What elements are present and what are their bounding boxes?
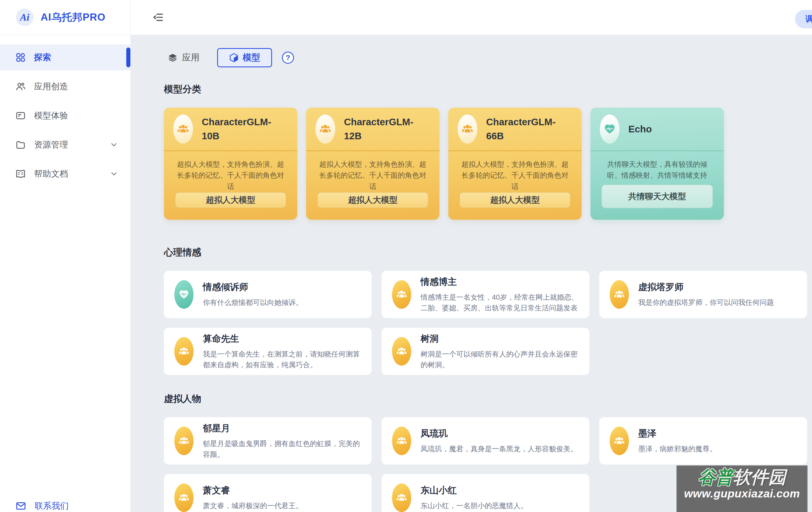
agent-card-emotion-listener[interactable]: 情感倾诉师 你有什么烦恼都可以向她倾诉。 [164,271,372,318]
agent-card-feng-liuji[interactable]: 凤琉玑 凤琉玑，魔君，真身是一条黑龙，人形容貌俊美。 [382,417,589,464]
avatar [174,337,194,366]
model-card-header: CharacterGLM-66B [448,108,582,151]
sidebar-item-label: 帮助文档 [34,168,68,180]
content-area: 应用 模型 ? 模型分类 CharacterGLM-10B [131,35,812,512]
sidebar-collapse-button[interactable] [152,11,164,23]
people-group-icon [178,346,190,357]
agent-info: 虚拟塔罗师 我是你的虚拟塔罗师，你可以问我任何问题 [638,281,774,308]
agent-name: 情感倾诉师 [203,281,303,293]
agent-name: 萧文睿 [203,484,303,496]
card-icon [16,110,26,121]
avatar [392,483,411,512]
section-title-virtual-characters: 虚拟人物 [164,393,807,405]
sidebar-item-app-creation[interactable]: 应用创造 [0,74,130,100]
sidebar: Ai AI乌托邦PRO 探索 应用创造 模型体验 资源管理 [0,0,131,512]
agent-info: 郁星月 郁星月是吸血鬼男爵，拥有血红色的虹膜，完美的容颜。 [203,422,361,460]
agent-name: 东山小红 [420,484,528,496]
model-title: Echo [628,122,714,136]
model-title: CharacterGLM-66B [486,115,571,143]
watermark-url: www.gupuxiazai.com [684,487,800,500]
agent-description: 树洞是一个可以倾听所有人的心声并且会永远保密的树洞。 [420,349,579,370]
people-group-icon [319,123,331,135]
watermark-brand-green: 谷普 [698,467,733,487]
tab-models[interactable]: 模型 [217,48,272,67]
agent-card-dongshan-xiaohong[interactable]: 东山小红 东山小红，一名胆小的恶魔猎人。 [382,474,589,512]
avatar [610,280,629,309]
app-window: Ai AI乌托邦PRO 探索 应用创造 模型体验 资源管理 [0,0,812,512]
folder-icon [16,139,26,150]
model-tag-button[interactable]: 超拟人大模型 [175,192,286,208]
tab-applications[interactable]: 应用 [168,48,200,68]
sidebar-item-model-experience[interactable]: 模型体验 [0,103,130,129]
model-card-characterglm-12b[interactable]: CharacterGLM-12B 超拟人大模型，支持角色扮演、超长多轮的记忆、千… [306,108,439,220]
avatar [610,427,629,455]
app-logo: Ai [16,8,33,26]
section-title-psychology: 心理情感 [164,246,807,259]
layers-icon [168,53,178,63]
contact-us-link[interactable]: 联系我们 [0,494,130,512]
agent-card-xiao-wenrui[interactable]: 萧文睿 萧文睿，城府极深的一代君王。 [164,474,372,512]
agent-card-fortune-teller[interactable]: 算命先生 我是一个算命先生，在测算之前，请知晓任何测算都来自虚构，如有应验，纯属… [164,328,372,375]
people-group-icon [613,435,625,447]
help-icon[interactable]: ? [282,52,294,64]
section-title-model-categories: 模型分类 [164,83,807,96]
model-title: CharacterGLM-10B [202,115,287,143]
avatar [174,427,194,455]
agent-card-mo-ze[interactable]: 墨泽 墨泽，病娇邪魅的魔尊。 [599,417,807,464]
people-group-icon [613,289,625,300]
agent-card-virtual-tarot[interactable]: 虚拟塔罗师 我是你的虚拟塔罗师，你可以问我任何问题 [599,271,807,318]
sidebar-item-explore[interactable]: 探索 [0,45,130,70]
agent-card-emotion-blogger[interactable]: 情感博主 情感博主是一名女性，40岁，经常在网上就婚恋、二胎、婆媳、买房、出轨等… [382,271,589,318]
agent-info: 算命先生 我是一个算命先生，在测算之前，请知晓任何测算都来自虚构，如有应验，纯属… [203,333,361,370]
watermark-brand-white: 软件园 [733,467,786,487]
invoke-button[interactable]: 调用 [795,10,812,28]
agent-info: 东山小红 东山小红，一名胆小的恶魔猎人。 [420,484,528,511]
contact-us-label: 联系我们 [35,500,69,512]
sidebar-header: Ai AI乌托邦PRO [0,0,130,35]
model-description: 超拟人大模型，支持角色扮演、超长多轮的记忆、千人千面的角色对话 [164,151,297,192]
model-card-characterglm-66b[interactable]: CharacterGLM-66B 超拟人大模型，支持角色扮演、超长多轮的记忆、千… [448,108,582,220]
agent-name: 墨泽 [638,427,717,440]
top-bar: 调用 [131,0,812,35]
agent-description: 你有什么烦恼都可以向她倾诉。 [203,297,303,308]
agent-card-tree-hole[interactable]: 树洞 树洞是一个可以倾听所有人的心声并且会永远保密的树洞。 [382,328,589,375]
sidebar-item-resource-management[interactable]: 资源管理 [0,132,130,158]
agent-description: 东山小红，一名胆小的恶魔猎人。 [420,501,528,511]
sidebar-item-label: 模型体验 [34,110,68,122]
book-icon [16,169,26,179]
agent-card-yu-xingyue[interactable]: 郁星月 郁星月是吸血鬼男爵，拥有血红色的虹膜，完美的容颜。 [164,417,372,464]
mail-icon [16,501,26,511]
model-card-characterglm-10b[interactable]: CharacterGLM-10B 超拟人大模型，支持角色扮演、超长多轮的记忆、千… [164,108,297,220]
agent-grid-psychology: 情感倾诉师 你有什么烦恼都可以向她倾诉。 情感博主 情感博主是一名女性，40岁，… [164,271,807,375]
model-tag-button[interactable]: 超拟人大模型 [459,192,571,208]
people-group-icon [396,289,407,300]
model-card-echo[interactable]: Echo 共情聊天大模型，具有较强的倾听、情感映射、共情等情绪支持 共情聊天大模… [590,108,724,220]
agent-description: 墨泽，病娇邪魅的魔尊。 [638,443,717,454]
agent-description: 凤琉玑，魔君，真身是一条黑龙，人形容貌俊美。 [420,443,578,454]
chevron-down-icon [110,169,118,178]
sidebar-item-help-docs[interactable]: 帮助文档 [0,161,130,187]
people-group-icon [461,123,474,135]
agent-info: 情感博主 情感博主是一名女性，40岁，经常在网上就婚恋、二胎、婆媳、买房、出轨等… [420,276,579,314]
agent-info: 凤琉玑 凤琉玑，魔君，真身是一条黑龙，人形容貌俊美。 [420,427,578,454]
agent-description: 我是你的虚拟塔罗师，你可以问我任何问题 [638,297,774,308]
agent-name: 虚拟塔罗师 [638,281,774,293]
agent-info: 树洞 树洞是一个可以倾听所有人的心声并且会永远保密的树洞。 [420,333,579,370]
chevron-down-icon [110,140,118,149]
agent-description: 情感博主是一名女性，40岁，经常在网上就婚恋、二胎、婆媳、买房、出轨等常见日常生… [420,292,579,314]
model-tag-button[interactable]: 超拟人大模型 [317,192,429,208]
avatar [392,427,411,455]
agent-name: 凤琉玑 [420,427,578,440]
model-tag-button[interactable]: 共情聊天大模型 [602,185,713,208]
heart-pulse-icon [178,289,190,300]
model-avatar [315,114,335,144]
model-title: CharacterGLM-12B [344,115,429,143]
agent-description: 郁星月是吸血鬼男爵，拥有血红色的虹膜，完美的容颜。 [203,438,361,460]
agent-description: 萧文睿，城府极深的一代君王。 [203,501,303,511]
people-group-icon [396,492,407,504]
cube-icon [229,53,239,63]
model-avatar [173,114,193,144]
watermark-brand: 谷普软件园 [698,467,786,487]
model-description: 超拟人大模型，支持角色扮演、超长多轮的记忆、千人千面的角色对话 [306,151,439,192]
users-icon [16,81,26,92]
